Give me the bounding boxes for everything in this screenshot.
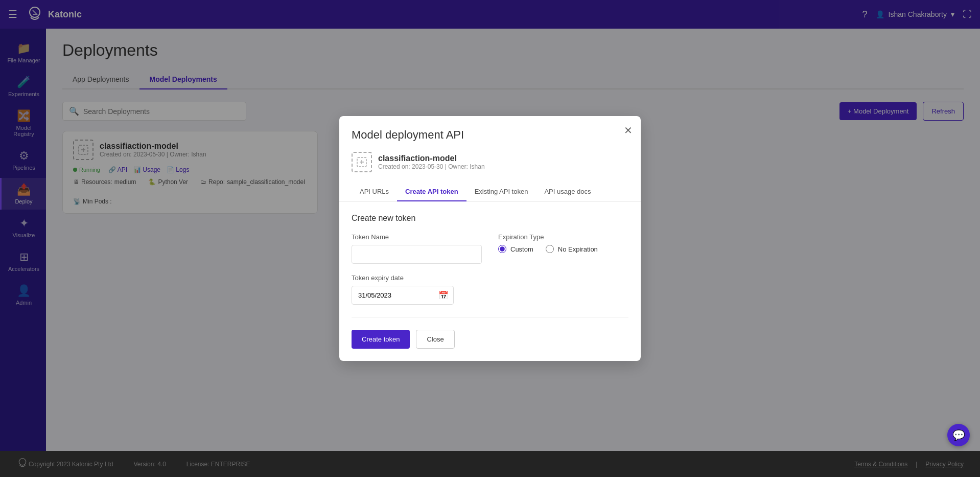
radio-custom-label: Custom bbox=[510, 245, 533, 253]
calendar-icon[interactable]: 📅 bbox=[438, 290, 449, 300]
expiration-type-group: Expiration Type Custom No Expiration bbox=[498, 233, 628, 264]
modal: Model deployment API ✕ classiﬁaction-mod… bbox=[339, 116, 641, 361]
modal-footer: Create token Close bbox=[352, 330, 628, 349]
token-expiry-label: Token expiry date bbox=[352, 274, 628, 282]
form-section-title: Create new token bbox=[352, 214, 628, 223]
modal-model-name: classiﬁaction-model bbox=[378, 154, 485, 163]
token-name-group: Token Name bbox=[352, 233, 482, 264]
radio-no-expiration-label: No Expiration bbox=[558, 245, 598, 253]
close-modal-button[interactable]: Close bbox=[416, 330, 454, 349]
modal-tabs: API URLs Create API token Existing API t… bbox=[339, 183, 641, 201]
token-name-input[interactable] bbox=[352, 245, 482, 264]
expiration-radio-group: Custom No Expiration bbox=[498, 245, 628, 253]
radio-no-expiration-input[interactable] bbox=[546, 245, 554, 253]
expiration-type-label: Expiration Type bbox=[498, 233, 628, 241]
modal-tab-create-api-token[interactable]: Create API token bbox=[397, 183, 466, 201]
radio-no-expiration[interactable]: No Expiration bbox=[546, 245, 598, 253]
radio-custom[interactable]: Custom bbox=[498, 245, 533, 253]
modal-overlay[interactable]: Model deployment API ✕ classiﬁaction-mod… bbox=[0, 0, 980, 477]
modal-model-info: classiﬁaction-model Created on: 2023-05-… bbox=[352, 152, 628, 172]
radio-custom-input[interactable] bbox=[498, 245, 506, 253]
modal-close-button[interactable]: ✕ bbox=[624, 124, 633, 137]
modal-model-created: Created on: 2023-05-30 | Owner: Ishan bbox=[378, 163, 485, 170]
modal-divider bbox=[352, 317, 628, 317]
token-name-label: Token Name bbox=[352, 233, 482, 241]
modal-model-icon bbox=[352, 152, 372, 172]
modal-title: Model deployment API bbox=[352, 128, 628, 142]
create-token-button[interactable]: Create token bbox=[352, 330, 410, 349]
modal-tab-api-usage-docs[interactable]: API usage docs bbox=[536, 183, 599, 201]
modal-tab-existing-api-token[interactable]: Existing API token bbox=[466, 183, 536, 201]
token-expiry-group: Token expiry date 📅 bbox=[352, 274, 628, 305]
chat-bubble[interactable]: 💬 bbox=[947, 424, 970, 446]
modal-tab-api-urls[interactable]: API URLs bbox=[352, 183, 397, 201]
